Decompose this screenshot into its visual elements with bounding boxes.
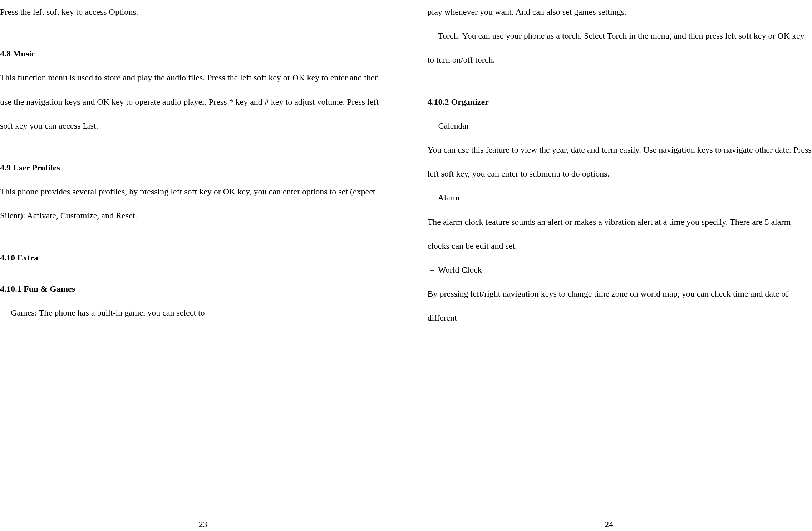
- heading-organizer: 4.10.2 Organizer: [428, 90, 812, 114]
- options-line: Press the left soft key to access Option…: [0, 0, 385, 24]
- spacer: [0, 138, 385, 149]
- music-paragraph: This function menu is used to store and …: [0, 66, 385, 138]
- profiles-paragraph: This phone provides several profiles, by…: [0, 180, 385, 228]
- world-clock-label: － World Clock: [428, 258, 812, 282]
- spacer: [428, 72, 812, 83]
- alarm-paragraph: The alarm clock feature sounds an alert …: [428, 210, 812, 258]
- calendar-label: － Calendar: [428, 114, 812, 138]
- heading-music: 4.8 Music: [0, 42, 385, 66]
- games-paragraph: － Games: The phone has a built-in game, …: [0, 301, 385, 325]
- alarm-label: － Alarm: [428, 186, 812, 210]
- heading-fun-games: 4.10.1 Fun & Games: [0, 277, 385, 301]
- page-left-content: Press the left soft key to access Option…: [0, 0, 385, 531]
- page-left: Press the left soft key to access Option…: [0, 0, 406, 531]
- heading-extra: 4.10 Extra: [0, 246, 385, 270]
- page-number-right: - 24 -: [406, 520, 812, 529]
- heading-user-profiles: 4.9 User Profiles: [0, 156, 385, 180]
- calendar-paragraph: You can use this feature to view the yea…: [428, 138, 812, 186]
- games-continuation: play whenever you want. And can also set…: [428, 0, 812, 24]
- page-number-left: - 23 -: [0, 520, 406, 529]
- spacer: [0, 228, 385, 239]
- page-right-content: play whenever you want. And can also set…: [428, 0, 812, 531]
- spacer: [0, 24, 385, 35]
- page-right: play whenever you want. And can also set…: [406, 0, 812, 531]
- torch-paragraph: － Torch: You can use your phone as a tor…: [428, 24, 812, 72]
- world-clock-paragraph: By pressing left/right navigation keys t…: [428, 282, 812, 330]
